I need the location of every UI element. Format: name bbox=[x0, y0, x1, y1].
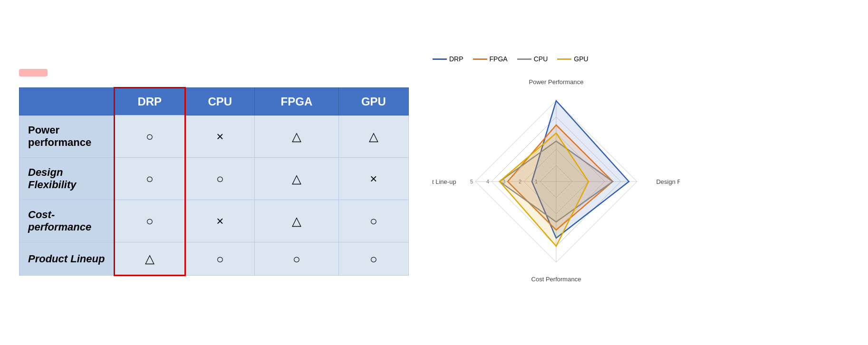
legend-item-fpga: FPGA bbox=[473, 55, 508, 63]
title-box bbox=[19, 69, 48, 77]
chart-legend: DRPFPGACPUGPU bbox=[433, 55, 588, 63]
svg-text:Design Flexibility: Design Flexibility bbox=[656, 178, 680, 185]
cell-1-0: ○ bbox=[115, 158, 185, 200]
table-row: Power performance○×△△ bbox=[19, 115, 409, 158]
cell-2-1: × bbox=[185, 200, 255, 242]
col-header-cpu: CPU bbox=[185, 88, 255, 115]
table-row: Design Flexibility○○△× bbox=[19, 158, 409, 200]
row-label-0: Power performance bbox=[19, 115, 115, 158]
cell-3-3: ○ bbox=[338, 242, 408, 276]
cell-1-1: ○ bbox=[185, 158, 255, 200]
left-panel: DRP CPU FPGA GPU Power performance○×△△De… bbox=[10, 64, 418, 281]
col-header-drp: DRP bbox=[115, 88, 185, 115]
cell-3-0: △ bbox=[115, 242, 185, 276]
radar-chart: 12345Power PerformanceDesign Flexibility… bbox=[433, 67, 680, 296]
table-row: Product Lineup△○○○ bbox=[19, 242, 409, 276]
cell-0-2: △ bbox=[255, 115, 339, 158]
row-label-2: Cost-performance bbox=[19, 200, 115, 242]
col-header-empty bbox=[19, 88, 115, 115]
svg-text:Cost Performance: Cost Performance bbox=[531, 276, 581, 283]
legend-item-gpu: GPU bbox=[557, 55, 588, 63]
cell-2-0: ○ bbox=[115, 200, 185, 242]
cell-1-3: × bbox=[338, 158, 408, 200]
cell-1-2: △ bbox=[255, 158, 339, 200]
cell-0-3: △ bbox=[338, 115, 408, 158]
legend-item-drp: DRP bbox=[433, 55, 463, 63]
comparison-table: DRP CPU FPGA GPU Power performance○×△△De… bbox=[19, 87, 409, 276]
cell-2-3: ○ bbox=[338, 200, 408, 242]
legend-item-cpu: CPU bbox=[517, 55, 548, 63]
svg-text:Power Performance: Power Performance bbox=[529, 78, 584, 86]
cell-0-0: ○ bbox=[115, 115, 185, 158]
cell-3-2: ○ bbox=[255, 242, 339, 276]
table-row: Cost-performance○×△○ bbox=[19, 200, 409, 242]
cell-3-1: ○ bbox=[185, 242, 255, 276]
svg-text:5: 5 bbox=[470, 179, 473, 184]
row-label-3: Product Lineup bbox=[19, 242, 115, 276]
col-header-gpu: GPU bbox=[338, 88, 408, 115]
cell-2-2: △ bbox=[255, 200, 339, 242]
col-header-fpga: FPGA bbox=[255, 88, 339, 115]
cell-0-1: × bbox=[185, 115, 255, 158]
svg-text:Product Line-up: Product Line-up bbox=[433, 178, 456, 185]
row-label-1: Design Flexibility bbox=[19, 158, 115, 200]
right-panel: DRPFPGACPUGPU 12345Power PerformanceDesi… bbox=[418, 45, 858, 300]
